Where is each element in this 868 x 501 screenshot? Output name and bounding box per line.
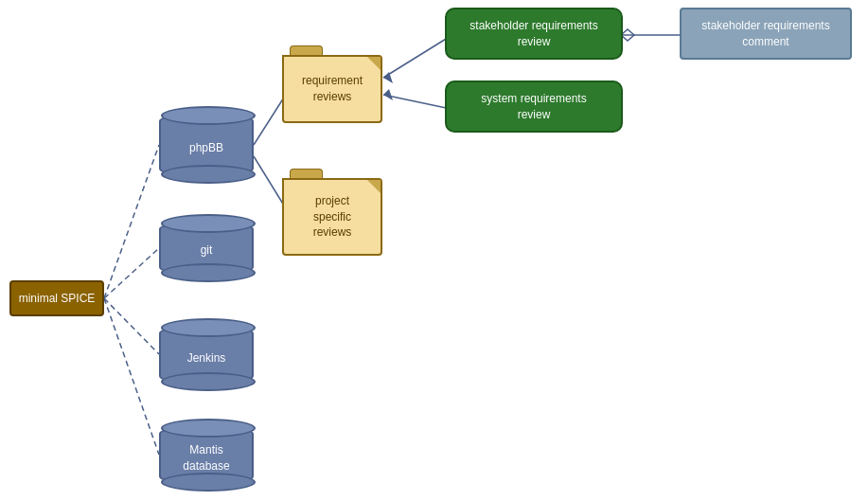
svg-line-8 bbox=[383, 36, 451, 78]
project-reviews-folder: projectspecificreviews bbox=[282, 169, 382, 256]
project-reviews-label: projectspecificreviews bbox=[313, 193, 352, 241]
jenkins-label: Jenkins bbox=[187, 351, 226, 365]
stakeholder-req-review-label: stakeholder requirementsreview bbox=[466, 14, 601, 54]
mantis-label: Mantisdatabase bbox=[183, 442, 229, 474]
requirement-reviews-label: requirementreviews bbox=[302, 73, 363, 105]
folder-tab-2 bbox=[290, 169, 323, 178]
git-node: git bbox=[159, 220, 254, 277]
minimal-spice-label: minimal SPICE bbox=[19, 292, 96, 305]
stakeholder-comment-node: stakeholder requirementscomment bbox=[680, 8, 852, 60]
system-req-review-node: system requirementsreview bbox=[445, 81, 623, 133]
phpbb-label: phpBB bbox=[189, 141, 223, 154]
svg-line-3 bbox=[104, 298, 159, 455]
folder-body-2: projectspecificreviews bbox=[282, 178, 382, 256]
svg-line-1 bbox=[104, 248, 159, 298]
folder-tab bbox=[290, 45, 323, 55]
folder-body: requirementreviews bbox=[282, 55, 382, 123]
stakeholder-comment-label: stakeholder requirementscomment bbox=[698, 14, 833, 54]
mantis-node: Mantisdatabase bbox=[159, 424, 254, 486]
requirement-reviews-folder: requirementreviews bbox=[282, 45, 382, 123]
jenkins-node: Jenkins bbox=[159, 324, 254, 385]
svg-line-0 bbox=[104, 145, 159, 298]
svg-line-10 bbox=[383, 95, 451, 109]
git-label: git bbox=[201, 243, 213, 257]
svg-marker-9 bbox=[383, 72, 393, 83]
svg-line-2 bbox=[104, 298, 159, 354]
phpbb-node: phpBB bbox=[159, 112, 254, 178]
minimal-spice-node: minimal SPICE bbox=[9, 280, 104, 316]
stakeholder-req-review-node: stakeholder requirementsreview bbox=[445, 8, 623, 60]
svg-marker-13 bbox=[621, 29, 634, 41]
svg-marker-11 bbox=[383, 89, 393, 100]
system-req-review-label: system requirementsreview bbox=[477, 87, 590, 127]
